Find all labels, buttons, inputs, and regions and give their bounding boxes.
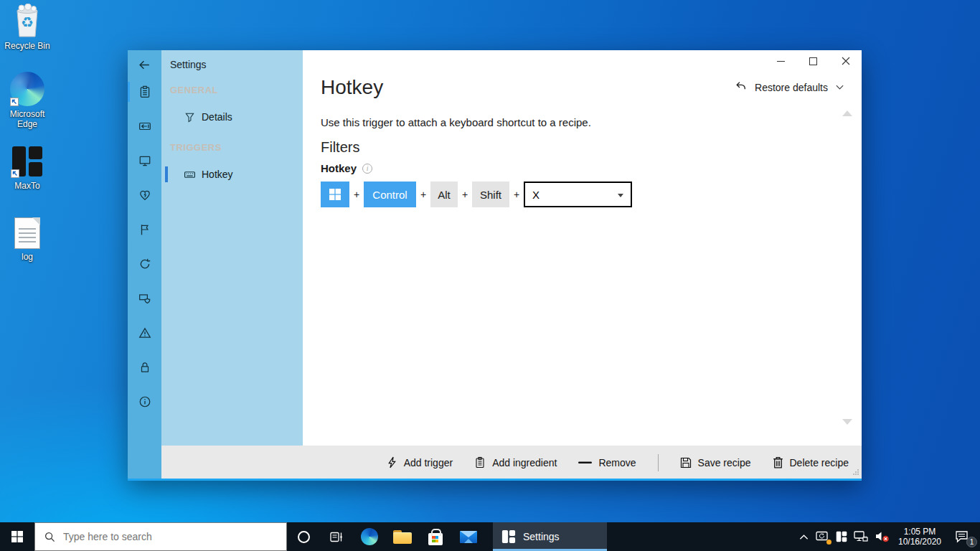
desktop-icon-recycle-bin[interactable]: ♻ Recycle Bin	[0, 4, 55, 51]
alt-modifier-button[interactable]: Alt	[430, 182, 458, 207]
content-pane: Restore defaults Hotkey Use this trigger…	[303, 50, 862, 446]
page-title: Hotkey	[321, 76, 383, 99]
desktop-icon-microsoft-edge[interactable]: Microsoft Edge	[0, 72, 55, 129]
back-arrow-icon	[138, 59, 151, 71]
rail-item-input[interactable]	[128, 112, 161, 141]
mail-icon	[460, 531, 477, 543]
active-task-settings[interactable]: Settings	[493, 522, 607, 551]
system-tray: 1:05 PM 10/16/2020 1	[795, 522, 980, 551]
resize-grip[interactable]	[852, 468, 859, 476]
clipboard-icon	[138, 85, 151, 98]
plus-separator: +	[418, 189, 429, 200]
lightning-icon	[387, 456, 397, 468]
update-tray-button[interactable]	[812, 522, 832, 551]
refresh-icon	[138, 258, 151, 270]
cortana-button[interactable]	[287, 522, 320, 551]
keyboard-icon	[183, 169, 196, 181]
rail-item-monitors[interactable]	[128, 146, 161, 175]
volume-tray-button[interactable]	[871, 522, 892, 551]
desktop-icon-maxto[interactable]: MaxTo	[0, 145, 55, 191]
save-recipe-button[interactable]: Save recipe	[680, 457, 751, 468]
close-button[interactable]	[829, 50, 862, 72]
desktop-icon-label: log	[0, 252, 55, 262]
rail-item-health[interactable]	[128, 181, 161, 209]
filters-heading: Filters	[321, 139, 359, 156]
maximize-button[interactable]	[797, 50, 829, 72]
desktop-icon-label: Microsoft Edge	[4, 109, 50, 129]
shift-modifier-button[interactable]: Shift	[472, 182, 509, 207]
nav-panel-title: Settings	[170, 59, 207, 70]
rail-item-updates[interactable]	[128, 250, 161, 278]
plus-separator: +	[459, 189, 471, 200]
flag-icon	[138, 223, 151, 236]
window-bottom-edge	[128, 479, 862, 481]
volume-muted-icon	[875, 530, 890, 543]
clock-date: 10/16/2020	[892, 537, 947, 547]
task-view-button[interactable]	[320, 522, 353, 551]
rail-item-recipes[interactable]	[128, 77, 161, 106]
hotkey-editor: + Control + Alt + Shift + X	[321, 182, 632, 207]
file-explorer-button[interactable]	[386, 522, 419, 551]
edge-icon	[361, 528, 378, 545]
network-tray-button[interactable]	[851, 522, 871, 551]
win-modifier-button[interactable]	[321, 182, 349, 207]
maxto-tray-icon	[836, 531, 847, 542]
delete-recipe-button[interactable]: Delete recipe	[773, 456, 849, 468]
store-button[interactable]	[419, 522, 452, 551]
restore-defaults-label: Restore defaults	[755, 82, 828, 93]
desktop-wallpaper[interactable]: { "colors": { "accent_blue": "#42a3ee", …	[0, 0, 980, 551]
scroll-down-arrow[interactable]	[842, 419, 852, 425]
remove-button[interactable]: Remove	[578, 457, 636, 468]
rail-item-license[interactable]	[128, 353, 161, 382]
settings-nav-panel: Settings GENERAL Details TRIGGERS Hotkey	[161, 50, 303, 446]
nav-item-label: Details	[202, 111, 232, 123]
nav-section-general: GENERAL	[170, 85, 218, 95]
cortana-icon	[298, 531, 310, 543]
tray-overflow-button[interactable]	[795, 522, 812, 551]
rail-item-security[interactable]	[128, 284, 161, 313]
heart-pulse-icon	[138, 189, 151, 202]
plus-separator: +	[511, 189, 522, 200]
toolbar-separator	[658, 454, 659, 471]
back-button[interactable]	[128, 50, 161, 79]
rail-item-flags[interactable]	[128, 215, 161, 244]
restore-defaults-button[interactable]: Restore defaults	[734, 80, 844, 94]
minimize-button[interactable]	[765, 50, 797, 72]
taskbar-search[interactable]	[34, 522, 287, 551]
nav-item-hotkey[interactable]: Hotkey	[161, 164, 303, 185]
mail-button[interactable]	[452, 522, 485, 551]
recycle-symbol: ♻	[21, 14, 34, 31]
toolbar-label: Remove	[598, 457, 636, 468]
nav-item-details[interactable]: Details	[161, 106, 303, 128]
monitor-icon	[138, 154, 151, 167]
maxto-tray-button[interactable]	[832, 522, 851, 551]
close-icon	[842, 57, 850, 65]
search-icon	[44, 532, 55, 542]
rail-item-warnings[interactable]	[128, 319, 161, 347]
maxto-icon	[501, 529, 516, 544]
save-icon	[680, 457, 692, 468]
maxto-settings-window: Settings GENERAL Details TRIGGERS Hotkey	[128, 50, 862, 481]
undo-icon	[734, 80, 748, 94]
add-trigger-button[interactable]: Add trigger	[387, 456, 453, 468]
taskbar-clock[interactable]: 1:05 PM 10/16/2020	[892, 527, 947, 547]
minimize-icon	[777, 61, 785, 62]
control-modifier-button[interactable]: Control	[364, 182, 416, 207]
search-input[interactable]	[63, 531, 257, 542]
trash-icon	[773, 456, 783, 468]
file-explorer-icon	[393, 530, 412, 544]
edge-taskbar-button[interactable]	[353, 522, 386, 551]
rail-item-about[interactable]	[128, 387, 161, 416]
start-button[interactable]	[0, 522, 34, 551]
key-select[interactable]: X	[524, 182, 632, 207]
desktop-icon-label: MaxTo	[0, 181, 55, 191]
clock-time: 1:05 PM	[892, 527, 947, 537]
toolbar-label: Add trigger	[404, 457, 453, 468]
windows-start-icon	[11, 531, 23, 542]
info-icon[interactable]: i	[362, 164, 372, 174]
add-ingredient-button[interactable]: Add ingredient	[474, 456, 557, 468]
scroll-up-arrow[interactable]	[842, 110, 852, 116]
desktop-icon-log[interactable]: log	[0, 217, 55, 262]
action-center-button[interactable]: 1	[947, 522, 977, 551]
page-description: Use this trigger to attach a keyboard sh…	[321, 116, 591, 128]
